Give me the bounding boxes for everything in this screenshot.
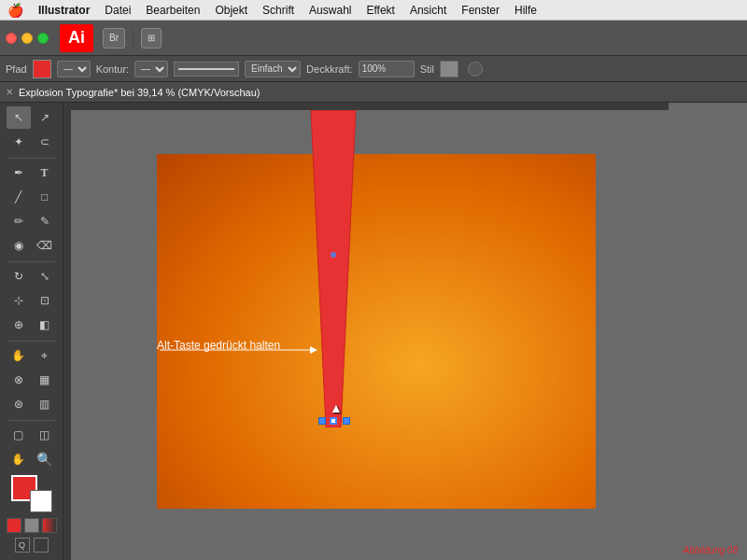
close-button[interactable] [6, 33, 17, 44]
paintbrush-tool[interactable]: ✏ [7, 210, 31, 232]
menu-effekt[interactable]: Effekt [359, 4, 402, 17]
slice-tool[interactable]: ◫ [33, 424, 57, 446]
lasso-tool[interactable]: ⊂ [33, 131, 57, 153]
tool-separator-3 [8, 341, 55, 342]
pencil-tool[interactable]: ✎ [33, 210, 57, 232]
anchor-handle-right[interactable] [343, 417, 350, 425]
color-swatch-main [11, 475, 52, 512]
eyedropper-tool[interactable]: ✋ [7, 344, 31, 367]
blob-brush-tool[interactable]: ◉ [7, 234, 31, 257]
tab-close-icon[interactable]: ✕ [6, 87, 13, 97]
stroke-style-preview [174, 62, 239, 77]
deckkraft-label: Deckkraft: [306, 63, 353, 75]
toolbox: ↖ ↗ ✦ ⊂ ✒ T ╱ □ ✏ ✎ ◉ ⌫ ↻ ⤡ ⊹ [0, 103, 63, 560]
eraser-tool[interactable]: ⌫ [33, 234, 57, 257]
tab-bar: ✕ Explosion Typografie* bei 39,14 % (CMY… [0, 82, 747, 103]
measure-tool[interactable]: ⌖ [33, 344, 57, 367]
line-tool[interactable]: ╱ [7, 186, 31, 208]
anchor-handle-center[interactable] [330, 417, 337, 425]
ruler-top [71, 103, 669, 110]
kontur-label: Kontur: [96, 63, 129, 75]
bridge-button[interactable]: Br [103, 28, 125, 49]
menu-illustrator[interactable]: Illustrator [31, 4, 97, 17]
rotate-tool[interactable]: ↻ [7, 265, 31, 287]
free-transform-tool[interactable]: ⊡ [33, 289, 57, 312]
swatch-red[interactable] [7, 518, 21, 533]
tool-separator-2 [8, 261, 55, 262]
menu-objekt[interactable]: Objekt [207, 4, 255, 17]
ruler-left [63, 103, 71, 560]
traffic-lights [6, 33, 49, 44]
extra-swatches [7, 518, 57, 533]
anchor-handle-left[interactable] [318, 417, 326, 425]
toolbar-separator [133, 29, 134, 48]
artboard-tool[interactable]: ▢ [7, 424, 31, 446]
menu-schrift[interactable]: Schrift [255, 4, 302, 17]
path-label: Pfad [6, 63, 27, 75]
rect-tool[interactable]: □ [33, 186, 57, 208]
opacity-input[interactable] [359, 61, 415, 77]
menu-bearbeiten[interactable]: Bearbeiten [138, 4, 207, 17]
stil-label: Stil [420, 63, 434, 75]
appearance-button[interactable] [468, 62, 483, 77]
hand-tool[interactable]: ✋ [7, 448, 31, 470]
stroke-weight-select[interactable]: — [134, 61, 168, 77]
red-path-svg [302, 110, 365, 427]
document-tab-title[interactable]: Explosion Typografie* bei 39,14 % (CMYK/… [19, 87, 260, 98]
callout-tooltip: Alt-Taste gedrückt halten [157, 339, 280, 352]
menu-fenster[interactable]: Fenster [454, 4, 507, 17]
type-tool[interactable]: T [33, 161, 57, 184]
menu-hilfe[interactable]: Hilfe [507, 4, 544, 17]
apple-menu[interactable]: 🍎 [7, 3, 23, 18]
selection-tool[interactable]: ↖ [7, 106, 31, 129]
application-toolbar: Ai Br ⊞ [0, 21, 747, 56]
menu-ansicht[interactable]: Ansicht [402, 4, 454, 17]
fill-color-swatch[interactable] [33, 60, 51, 78]
pen-tool[interactable]: ✒ [7, 161, 31, 184]
main-area: ↖ ↗ ✦ ⊂ ✒ T ╱ □ ✏ ✎ ◉ ⌫ ↻ ⤡ ⊹ [0, 103, 747, 560]
tool-separator-4 [8, 420, 55, 421]
scale-tool[interactable]: ⤡ [33, 265, 57, 287]
callout-text-label: Alt-Taste gedrückt halten [157, 339, 280, 352]
quick-actions-btn[interactable]: Q [15, 538, 30, 553]
selection-cursor: ▲ [330, 400, 343, 415]
minimize-button[interactable] [21, 33, 33, 44]
ai-logo: Ai [60, 24, 93, 52]
column-graph-tool[interactable]: ▥ [33, 393, 57, 415]
direct-selection-tool[interactable]: ↗ [33, 106, 57, 129]
menu-bar: 🍎 Illustrator Datei Bearbeiten Objekt Sc… [0, 0, 747, 21]
magic-wand-tool[interactable]: ✦ [7, 131, 31, 153]
blend-tool[interactable]: ⊗ [7, 369, 31, 391]
symbol-spray-tool[interactable]: ⊛ [7, 393, 31, 415]
gradient-tool[interactable]: ◧ [33, 314, 57, 336]
canvas-area[interactable]: ▲ Alt-Taste gedrückt halten Abbildung 08 [63, 103, 747, 560]
swatch-gray[interactable] [24, 518, 39, 533]
fill-mode-select[interactable]: — [57, 61, 91, 77]
background-color-swatch[interactable] [30, 490, 52, 512]
fullscreen-button[interactable] [37, 33, 49, 44]
menu-datei[interactable]: Datei [97, 4, 138, 17]
svg-point-0 [331, 252, 336, 258]
artboard[interactable] [157, 154, 596, 509]
chart-tool[interactable]: ▦ [33, 369, 57, 391]
tool-separator-1 [8, 158, 55, 159]
extra-btn[interactable] [34, 538, 49, 553]
zoom-tool[interactable]: 🔍 [33, 448, 57, 470]
properties-bar: Pfad — Kontur: — Einfach Deckkraft: Stil [0, 56, 747, 82]
swatch-gradient[interactable] [42, 518, 57, 533]
abbildung-label: Abbildung 08 [684, 545, 738, 555]
menu-auswahl[interactable]: Auswahl [302, 4, 359, 17]
red-path-shape [302, 110, 365, 427]
shape-builder-tool[interactable]: ⊕ [7, 314, 31, 336]
style-preview [440, 61, 458, 77]
warp-tool[interactable]: ⊹ [7, 289, 31, 312]
grid-button[interactable]: ⊞ [141, 28, 162, 49]
stroke-type-select[interactable]: Einfach [245, 61, 301, 77]
color-swatches-area: Q [7, 475, 57, 560]
